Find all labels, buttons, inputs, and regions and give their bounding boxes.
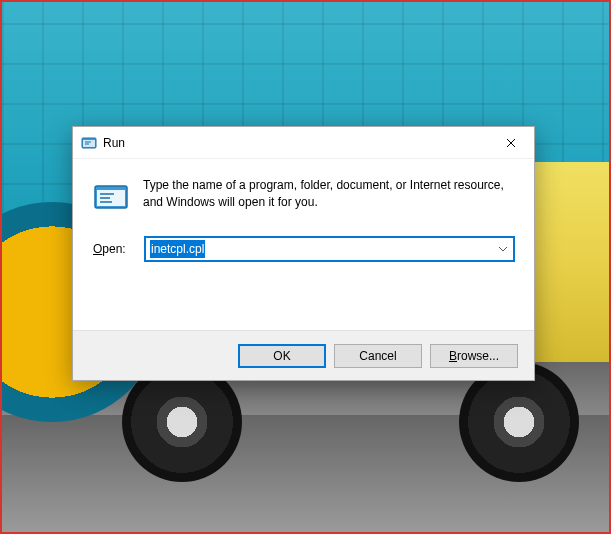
dialog-title: Run [103, 136, 488, 150]
browse-button[interactable]: Browse... [430, 344, 518, 368]
close-icon [506, 138, 516, 148]
run-icon-large [93, 179, 129, 215]
dialog-content: Type the name of a program, folder, docu… [73, 159, 534, 330]
cancel-button[interactable]: Cancel [334, 344, 422, 368]
chevron-down-icon [498, 246, 508, 252]
open-label: Open: [93, 242, 133, 256]
run-dialog: Run Type the name of a program, folder, … [72, 126, 535, 381]
open-input[interactable] [145, 237, 514, 261]
run-icon [81, 135, 97, 151]
dropdown-button[interactable] [493, 238, 513, 260]
open-combobox[interactable]: inetcpl.cpl [145, 237, 514, 261]
titlebar[interactable]: Run [73, 127, 534, 159]
ok-button[interactable]: OK [238, 344, 326, 368]
button-row: OK Cancel Browse... [73, 330, 534, 380]
close-button[interactable] [488, 127, 534, 159]
dialog-description: Type the name of a program, folder, docu… [143, 177, 514, 215]
